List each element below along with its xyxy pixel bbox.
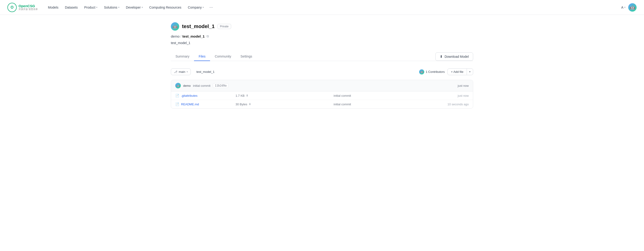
commit-author: demo bbox=[183, 84, 191, 87]
model-icon: 🤖 bbox=[171, 22, 179, 31]
file-name-cell: 📄 .gitattributes bbox=[175, 94, 236, 97]
file-time: 10 seconds ago bbox=[432, 103, 469, 106]
model-description: test_model_1 bbox=[171, 41, 473, 45]
main-container: 🤖 test_model_1 Private demo / test_model… bbox=[160, 15, 484, 116]
file-icon: 📄 bbox=[175, 102, 179, 106]
nav-item-product[interactable]: Product ▾ bbox=[81, 4, 100, 11]
logo[interactable]: O OpenCSG 开源开放 智慧传承 bbox=[8, 3, 38, 12]
contributors-section: 🤖 1 Contributors + Add file ▾ bbox=[419, 68, 473, 75]
table-row: 📄 .gitattributes 1.7 KB ⬇ initial commit… bbox=[171, 91, 473, 100]
file-size-cell: 1.7 KB ⬇ bbox=[236, 94, 334, 97]
breadcrumb-model: test_model_1 bbox=[182, 34, 205, 38]
file-table: 🤖 demo initial commit 11b2d9a just now 📄… bbox=[171, 80, 473, 109]
tabs: Summary Files Community Settings bbox=[171, 52, 257, 61]
tab-summary[interactable]: Summary bbox=[171, 52, 194, 61]
file-commit: initial commit bbox=[334, 94, 432, 97]
download-icon: ⬇ bbox=[440, 55, 443, 59]
commit-time: just now bbox=[458, 84, 469, 87]
chevron-down-icon: ▾ bbox=[469, 70, 470, 73]
nav-item-solutions[interactable]: Solutions ▾ bbox=[101, 4, 122, 11]
download-file-icon[interactable]: ⬇ bbox=[246, 94, 248, 97]
avatar[interactable]: 🤖 bbox=[628, 3, 636, 12]
more-options-button[interactable]: ··· bbox=[208, 4, 215, 11]
file-rows-container: 📄 .gitattributes 1.7 KB ⬇ initial commit… bbox=[171, 91, 473, 108]
breadcrumb: demo / test_model_1 ⧉ bbox=[171, 34, 473, 38]
commit-row-left: 🤖 demo initial commit 11b2d9a bbox=[175, 83, 228, 88]
contributor-avatar: 🤖 bbox=[419, 69, 424, 75]
chevron-down-icon: ▾ bbox=[202, 6, 204, 9]
add-file-main-button[interactable]: + Add file bbox=[448, 69, 467, 75]
nav-right: A ▾ 🤖 bbox=[621, 3, 636, 12]
language-switcher[interactable]: A ▾ bbox=[621, 6, 626, 9]
download-file-icon[interactable]: ⬇ bbox=[249, 103, 251, 106]
left-group: ⎇ main ▾ test_model_1 bbox=[171, 68, 214, 75]
commit-author-avatar: 🤖 bbox=[175, 83, 181, 88]
model-title: test_model_1 bbox=[182, 24, 215, 30]
chevron-down-icon: ▾ bbox=[186, 71, 188, 73]
nav-item-computing[interactable]: Computing Resources bbox=[146, 4, 184, 11]
file-time: just now bbox=[432, 94, 469, 97]
download-model-button[interactable]: ⬇ Download Model bbox=[435, 52, 473, 61]
navbar: O OpenCSG 开源开放 智慧传承 Models Datasets Prod… bbox=[0, 0, 644, 15]
file-size: 30 Bytes bbox=[236, 103, 247, 106]
add-file-dropdown-button[interactable]: ▾ bbox=[467, 69, 473, 75]
file-commit: initial commit bbox=[334, 103, 432, 106]
commit-row: 🤖 demo initial commit 11b2d9a just now bbox=[171, 80, 473, 91]
path-display: test_model_1 bbox=[194, 69, 214, 75]
tab-files[interactable]: Files bbox=[194, 52, 210, 61]
copy-icon[interactable]: ⧉ bbox=[206, 34, 209, 38]
file-name-link[interactable]: README.md bbox=[181, 103, 199, 106]
commit-message: initial commit bbox=[193, 84, 210, 87]
tabs-container: Summary Files Community Settings ⬇ Downl… bbox=[171, 52, 473, 61]
nav-item-company[interactable]: Company ▾ bbox=[185, 4, 206, 11]
commit-hash[interactable]: 11b2d9a bbox=[213, 83, 229, 88]
file-name-cell: 📄 README.md bbox=[175, 102, 236, 106]
breadcrumb-user[interactable]: demo bbox=[171, 34, 180, 38]
file-browser-header: ⎇ main ▾ test_model_1 🤖 1 Contributors +… bbox=[171, 67, 473, 77]
chevron-down-icon: ▾ bbox=[118, 6, 120, 9]
contributors-button[interactable]: 🤖 1 Contributors bbox=[419, 69, 445, 75]
breadcrumb-separator: / bbox=[180, 34, 182, 38]
logo-sub-text: 开源开放 智慧传承 bbox=[18, 8, 38, 11]
model-header: 🤖 test_model_1 Private bbox=[171, 22, 473, 31]
branch-icon: ⎇ bbox=[174, 70, 177, 74]
branch-name: main bbox=[179, 70, 185, 74]
file-size: 1.7 KB bbox=[236, 94, 244, 97]
nav-item-models[interactable]: Models bbox=[45, 4, 61, 11]
add-file-button: + Add file ▾ bbox=[448, 68, 473, 75]
nav-item-datasets[interactable]: Datasets bbox=[62, 4, 80, 11]
logo-main-text: OpenCSG bbox=[18, 4, 38, 8]
branch-selector[interactable]: ⎇ main ▾ bbox=[171, 68, 191, 75]
file-size-cell: 30 Bytes ⬇ bbox=[236, 103, 334, 106]
contributors-count: 1 Contributors bbox=[426, 70, 445, 74]
chevron-down-icon: ▾ bbox=[142, 6, 143, 9]
tab-settings[interactable]: Settings bbox=[236, 52, 257, 61]
nav-item-developer[interactable]: Developer ▾ bbox=[123, 4, 146, 11]
tab-community[interactable]: Community bbox=[210, 52, 236, 61]
chevron-down-icon: ▾ bbox=[96, 6, 97, 9]
nav-items: Models Datasets Product ▾ Solutions ▾ De… bbox=[45, 4, 614, 11]
table-row: 📄 README.md 30 Bytes ⬇ initial commit 10… bbox=[171, 100, 473, 108]
file-name-link[interactable]: .gitattributes bbox=[181, 94, 198, 97]
private-badge: Private bbox=[218, 24, 231, 29]
chevron-down-icon: ▾ bbox=[624, 6, 626, 9]
logo-icon: O bbox=[8, 3, 17, 12]
file-icon: 📄 bbox=[175, 94, 179, 97]
